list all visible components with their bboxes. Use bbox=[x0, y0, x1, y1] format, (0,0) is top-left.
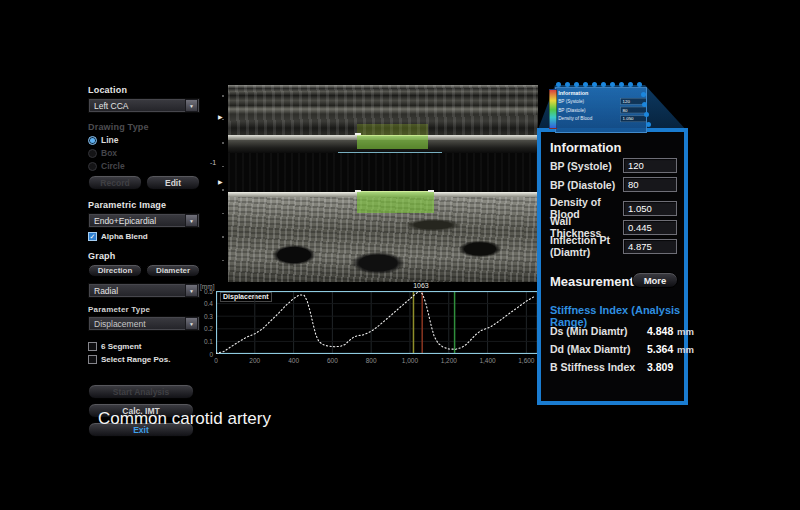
six-segment-checkbox-row[interactable]: ✓ 6 Segment bbox=[88, 342, 200, 351]
graph-mode-dropdown[interactable]: Radial ▼ bbox=[88, 283, 200, 298]
parametric-image-dropdown[interactable]: Endo+Epicardial ▼ bbox=[88, 213, 200, 228]
x-tick-label: 1,400 bbox=[479, 357, 495, 364]
info-row-value: 4.875 bbox=[628, 241, 652, 252]
x-tick-label: 800 bbox=[366, 357, 377, 364]
radio-icon bbox=[88, 149, 97, 158]
graph-mode-value: Radial bbox=[94, 286, 118, 296]
stiffness-row-dd: Dd (Max Diamtr) 5.364 mm bbox=[550, 343, 677, 355]
chevron-down-icon: ▼ bbox=[185, 317, 198, 330]
measurements-title: Measurements bbox=[550, 274, 641, 289]
density-input[interactable]: 1.050 bbox=[623, 201, 677, 216]
parametric-image-value: Endo+Epicardial bbox=[94, 216, 156, 226]
magnifier-dot-icon bbox=[592, 82, 597, 87]
info-row-inflection: Inflection Pt (Diamtr) 4.875 bbox=[550, 234, 677, 258]
ultrasound-image[interactable] bbox=[228, 85, 538, 282]
info-row-value: 1.050 bbox=[628, 203, 652, 214]
mini-row-label: BP (Diastole) bbox=[558, 107, 585, 113]
x-tick-label: 1,000 bbox=[402, 357, 418, 364]
wall-thickness-input[interactable]: 0.445 bbox=[623, 220, 677, 235]
roi-corner-tick bbox=[428, 190, 434, 192]
information-panel: Information BP (Systole) 120 BP (Diastol… bbox=[537, 128, 688, 405]
bp-diastole-input[interactable]: 80 bbox=[623, 177, 677, 192]
tracking-overlay-near-outer bbox=[357, 124, 428, 135]
mini-row: BP (Diastole) 80 bbox=[558, 107, 647, 114]
info-row-label: BP (Systole) bbox=[550, 160, 612, 172]
stiffness-row-unit: mm bbox=[677, 344, 694, 355]
x-tick-label: 600 bbox=[327, 357, 338, 364]
stiffness-row-value: 5.364 bbox=[647, 343, 673, 355]
magnifier-dot-icon bbox=[583, 82, 588, 87]
magnifier-dot-icon bbox=[610, 82, 615, 87]
caption: Common carotid artery bbox=[98, 409, 271, 429]
mini-row-label: BP (Systole) bbox=[558, 98, 584, 104]
x-tick-label: 200 bbox=[249, 357, 260, 364]
y-tick-label: 0.3 bbox=[200, 313, 213, 320]
mini-row: BP (Systole) 120 bbox=[558, 98, 647, 105]
info-row-bp-diastole: BP (Diastole) 80 bbox=[550, 177, 677, 192]
magnifier-dot-icon bbox=[642, 102, 647, 107]
depth-label: -1 bbox=[210, 159, 216, 166]
magnifier-dot-icon bbox=[565, 82, 570, 87]
ruler-tick bbox=[222, 189, 224, 191]
graph-section-label: Graph bbox=[88, 251, 200, 261]
checkbox-icon: ✓ bbox=[88, 342, 97, 351]
focus-marker-icon[interactable]: ▶ bbox=[218, 179, 223, 185]
mini-row-value: 1.050 bbox=[620, 116, 647, 123]
select-range-label: Select Range Pos. bbox=[101, 355, 170, 364]
info-row-bp-systole: BP (Systole) 120 bbox=[550, 158, 677, 173]
parameter-type-dropdown[interactable]: Displacement ▼ bbox=[88, 316, 200, 331]
control-panel: Location Left CCA ▼ Drawing Type Line Bo… bbox=[88, 85, 200, 437]
ruler-tick bbox=[222, 166, 224, 168]
mini-row-value: 80 bbox=[620, 107, 647, 114]
inflection-input[interactable]: 4.875 bbox=[623, 239, 677, 254]
select-range-checkbox-row[interactable]: ✓ Select Range Pos. bbox=[88, 355, 200, 364]
y-tick-label: 0.5 bbox=[200, 288, 213, 295]
information-title: Information bbox=[550, 140, 622, 155]
x-tick-label: 1,600 bbox=[518, 357, 534, 364]
ruler-tick bbox=[222, 236, 224, 238]
roi-corner-tick bbox=[355, 190, 361, 192]
radio-box: Box bbox=[88, 148, 200, 158]
ruler-tick bbox=[222, 260, 224, 262]
magnifier-dot-icon bbox=[556, 82, 561, 87]
magnifier-dot-icon bbox=[619, 82, 624, 87]
ruler-tick bbox=[222, 142, 224, 144]
magnifier-dot-icon bbox=[628, 82, 633, 87]
info-row-value: 0.445 bbox=[628, 222, 652, 233]
location-value: Left CCA bbox=[94, 101, 129, 111]
direction-tab[interactable]: Direction bbox=[88, 264, 142, 277]
chevron-down-icon: ▼ bbox=[185, 214, 198, 227]
magnifier-dot-icon bbox=[574, 82, 579, 87]
location-dropdown[interactable]: Left CCA ▼ bbox=[88, 98, 200, 113]
radio-circle-label: Circle bbox=[101, 161, 125, 171]
ruler-tick bbox=[222, 119, 224, 121]
ruler-tick bbox=[222, 95, 224, 97]
stiffness-row-label: B Stiffness Index bbox=[550, 361, 635, 373]
stiffness-row-value: 4.848 bbox=[647, 325, 673, 337]
y-tick-label: 0.2 bbox=[200, 325, 213, 332]
bp-systole-input[interactable]: 120 bbox=[623, 158, 677, 173]
check-icon: ✓ bbox=[90, 233, 96, 240]
chevron-down-icon: ▼ bbox=[185, 284, 198, 297]
magnifier-dot-icon bbox=[644, 112, 649, 117]
roi-corner-tick bbox=[355, 133, 361, 135]
radio-icon bbox=[88, 136, 97, 145]
checkbox-icon: ✓ bbox=[88, 355, 97, 364]
radio-line[interactable]: Line bbox=[88, 135, 200, 145]
edit-button[interactable]: Edit bbox=[146, 175, 200, 190]
location-label: Location bbox=[88, 85, 200, 95]
vessel-lumen bbox=[228, 153, 538, 192]
info-row-value: 80 bbox=[628, 179, 639, 190]
magnifier-dot-icon bbox=[637, 82, 642, 87]
alpha-blend-checkbox-row[interactable]: ✓ Alpha Blend bbox=[88, 232, 200, 241]
x-tick-label: 1,200 bbox=[441, 357, 457, 364]
y-tick-label: 0.1 bbox=[200, 338, 213, 345]
stiffness-row-label: Dd (Max Diamtr) bbox=[550, 343, 631, 355]
more-button[interactable]: More bbox=[632, 272, 678, 288]
x-tick-label: 400 bbox=[288, 357, 299, 364]
radio-icon bbox=[88, 162, 97, 171]
mini-panel-title: Information bbox=[558, 90, 647, 96]
displacement-plot[interactable] bbox=[216, 291, 538, 354]
diameter-tab[interactable]: Diameter bbox=[146, 264, 200, 277]
stiffness-row-beta: B Stiffness Index 3.809 bbox=[550, 361, 677, 373]
